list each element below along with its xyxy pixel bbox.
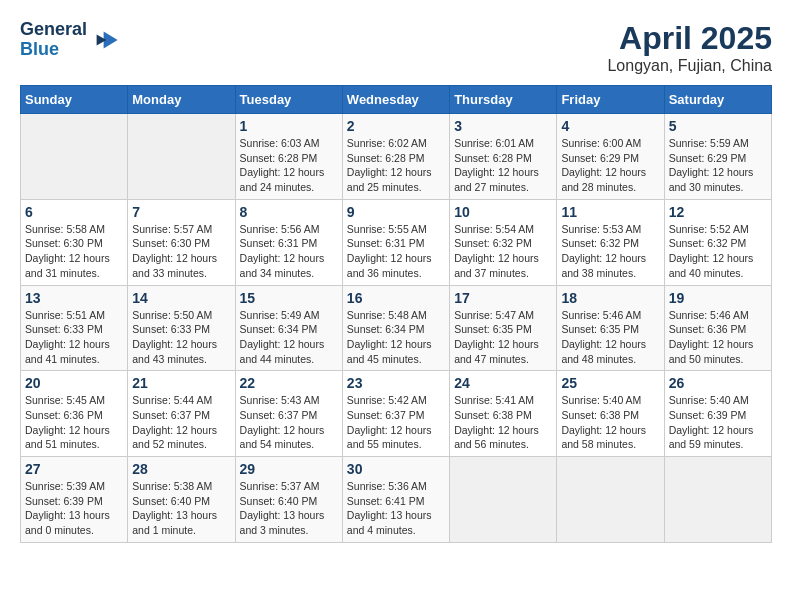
calendar-cell: 28Sunrise: 5:38 AMSunset: 6:40 PMDayligh…	[128, 457, 235, 543]
calendar-cell: 24Sunrise: 5:41 AMSunset: 6:38 PMDayligh…	[450, 371, 557, 457]
calendar-cell: 23Sunrise: 5:42 AMSunset: 6:37 PMDayligh…	[342, 371, 449, 457]
day-info: Sunrise: 5:56 AMSunset: 6:31 PMDaylight:…	[240, 222, 338, 281]
day-info: Sunrise: 5:46 AMSunset: 6:35 PMDaylight:…	[561, 308, 659, 367]
calendar-week-4: 20Sunrise: 5:45 AMSunset: 6:36 PMDayligh…	[21, 371, 772, 457]
location: Longyan, Fujian, China	[607, 57, 772, 75]
calendar-cell: 16Sunrise: 5:48 AMSunset: 6:34 PMDayligh…	[342, 285, 449, 371]
day-info: Sunrise: 5:54 AMSunset: 6:32 PMDaylight:…	[454, 222, 552, 281]
day-info: Sunrise: 5:49 AMSunset: 6:34 PMDaylight:…	[240, 308, 338, 367]
day-info: Sunrise: 5:40 AMSunset: 6:39 PMDaylight:…	[669, 393, 767, 452]
calendar-cell	[557, 457, 664, 543]
calendar-cell: 25Sunrise: 5:40 AMSunset: 6:38 PMDayligh…	[557, 371, 664, 457]
calendar-cell	[450, 457, 557, 543]
day-number: 11	[561, 204, 659, 220]
day-number: 9	[347, 204, 445, 220]
weekday-header-friday: Friday	[557, 86, 664, 114]
calendar-cell: 7Sunrise: 5:57 AMSunset: 6:30 PMDaylight…	[128, 199, 235, 285]
calendar-week-1: 1Sunrise: 6:03 AMSunset: 6:28 PMDaylight…	[21, 114, 772, 200]
day-number: 10	[454, 204, 552, 220]
day-info: Sunrise: 5:51 AMSunset: 6:33 PMDaylight:…	[25, 308, 123, 367]
day-info: Sunrise: 5:42 AMSunset: 6:37 PMDaylight:…	[347, 393, 445, 452]
day-number: 6	[25, 204, 123, 220]
logo-text: General Blue	[20, 20, 87, 60]
calendar-cell: 30Sunrise: 5:36 AMSunset: 6:41 PMDayligh…	[342, 457, 449, 543]
calendar-cell: 14Sunrise: 5:50 AMSunset: 6:33 PMDayligh…	[128, 285, 235, 371]
calendar-cell: 1Sunrise: 6:03 AMSunset: 6:28 PMDaylight…	[235, 114, 342, 200]
calendar-cell	[664, 457, 771, 543]
weekday-header-saturday: Saturday	[664, 86, 771, 114]
calendar-cell: 29Sunrise: 5:37 AMSunset: 6:40 PMDayligh…	[235, 457, 342, 543]
calendar-header: SundayMondayTuesdayWednesdayThursdayFrid…	[21, 86, 772, 114]
title-block: April 2025 Longyan, Fujian, China	[607, 20, 772, 75]
day-info: Sunrise: 5:48 AMSunset: 6:34 PMDaylight:…	[347, 308, 445, 367]
day-number: 29	[240, 461, 338, 477]
day-info: Sunrise: 5:58 AMSunset: 6:30 PMDaylight:…	[25, 222, 123, 281]
day-number: 5	[669, 118, 767, 134]
day-number: 14	[132, 290, 230, 306]
day-number: 2	[347, 118, 445, 134]
calendar-table: SundayMondayTuesdayWednesdayThursdayFrid…	[20, 85, 772, 543]
day-number: 13	[25, 290, 123, 306]
day-info: Sunrise: 5:44 AMSunset: 6:37 PMDaylight:…	[132, 393, 230, 452]
calendar-cell: 21Sunrise: 5:44 AMSunset: 6:37 PMDayligh…	[128, 371, 235, 457]
calendar-cell: 27Sunrise: 5:39 AMSunset: 6:39 PMDayligh…	[21, 457, 128, 543]
day-number: 4	[561, 118, 659, 134]
day-info: Sunrise: 5:36 AMSunset: 6:41 PMDaylight:…	[347, 479, 445, 538]
day-info: Sunrise: 5:52 AMSunset: 6:32 PMDaylight:…	[669, 222, 767, 281]
day-info: Sunrise: 5:43 AMSunset: 6:37 PMDaylight:…	[240, 393, 338, 452]
calendar-cell	[128, 114, 235, 200]
day-number: 15	[240, 290, 338, 306]
day-info: Sunrise: 5:53 AMSunset: 6:32 PMDaylight:…	[561, 222, 659, 281]
calendar-body: 1Sunrise: 6:03 AMSunset: 6:28 PMDaylight…	[21, 114, 772, 543]
day-number: 30	[347, 461, 445, 477]
day-info: Sunrise: 6:00 AMSunset: 6:29 PMDaylight:…	[561, 136, 659, 195]
calendar-cell: 17Sunrise: 5:47 AMSunset: 6:35 PMDayligh…	[450, 285, 557, 371]
weekday-header-wednesday: Wednesday	[342, 86, 449, 114]
day-number: 28	[132, 461, 230, 477]
day-info: Sunrise: 5:41 AMSunset: 6:38 PMDaylight:…	[454, 393, 552, 452]
day-number: 20	[25, 375, 123, 391]
calendar-cell: 4Sunrise: 6:00 AMSunset: 6:29 PMDaylight…	[557, 114, 664, 200]
day-number: 27	[25, 461, 123, 477]
weekday-header-sunday: Sunday	[21, 86, 128, 114]
weekday-header-thursday: Thursday	[450, 86, 557, 114]
day-info: Sunrise: 5:59 AMSunset: 6:29 PMDaylight:…	[669, 136, 767, 195]
calendar-cell: 22Sunrise: 5:43 AMSunset: 6:37 PMDayligh…	[235, 371, 342, 457]
day-number: 18	[561, 290, 659, 306]
day-info: Sunrise: 5:45 AMSunset: 6:36 PMDaylight:…	[25, 393, 123, 452]
calendar-week-5: 27Sunrise: 5:39 AMSunset: 6:39 PMDayligh…	[21, 457, 772, 543]
day-number: 3	[454, 118, 552, 134]
day-number: 17	[454, 290, 552, 306]
calendar-cell: 8Sunrise: 5:56 AMSunset: 6:31 PMDaylight…	[235, 199, 342, 285]
day-number: 16	[347, 290, 445, 306]
calendar-cell: 19Sunrise: 5:46 AMSunset: 6:36 PMDayligh…	[664, 285, 771, 371]
calendar-cell: 5Sunrise: 5:59 AMSunset: 6:29 PMDaylight…	[664, 114, 771, 200]
weekday-row: SundayMondayTuesdayWednesdayThursdayFrid…	[21, 86, 772, 114]
day-info: Sunrise: 5:47 AMSunset: 6:35 PMDaylight:…	[454, 308, 552, 367]
day-number: 24	[454, 375, 552, 391]
day-number: 19	[669, 290, 767, 306]
day-info: Sunrise: 5:50 AMSunset: 6:33 PMDaylight:…	[132, 308, 230, 367]
calendar-cell: 6Sunrise: 5:58 AMSunset: 6:30 PMDaylight…	[21, 199, 128, 285]
day-number: 7	[132, 204, 230, 220]
calendar-cell: 20Sunrise: 5:45 AMSunset: 6:36 PMDayligh…	[21, 371, 128, 457]
day-info: Sunrise: 6:02 AMSunset: 6:28 PMDaylight:…	[347, 136, 445, 195]
day-info: Sunrise: 5:38 AMSunset: 6:40 PMDaylight:…	[132, 479, 230, 538]
logo: General Blue	[20, 20, 119, 60]
day-number: 25	[561, 375, 659, 391]
day-number: 8	[240, 204, 338, 220]
calendar-cell: 12Sunrise: 5:52 AMSunset: 6:32 PMDayligh…	[664, 199, 771, 285]
weekday-header-monday: Monday	[128, 86, 235, 114]
calendar-week-2: 6Sunrise: 5:58 AMSunset: 6:30 PMDaylight…	[21, 199, 772, 285]
calendar-cell: 15Sunrise: 5:49 AMSunset: 6:34 PMDayligh…	[235, 285, 342, 371]
calendar-cell	[21, 114, 128, 200]
day-info: Sunrise: 6:03 AMSunset: 6:28 PMDaylight:…	[240, 136, 338, 195]
day-info: Sunrise: 6:01 AMSunset: 6:28 PMDaylight:…	[454, 136, 552, 195]
day-number: 23	[347, 375, 445, 391]
calendar-cell: 11Sunrise: 5:53 AMSunset: 6:32 PMDayligh…	[557, 199, 664, 285]
day-number: 12	[669, 204, 767, 220]
calendar-cell: 26Sunrise: 5:40 AMSunset: 6:39 PMDayligh…	[664, 371, 771, 457]
weekday-header-tuesday: Tuesday	[235, 86, 342, 114]
day-info: Sunrise: 5:37 AMSunset: 6:40 PMDaylight:…	[240, 479, 338, 538]
page-header: General Blue April 2025 Longyan, Fujian,…	[20, 20, 772, 75]
